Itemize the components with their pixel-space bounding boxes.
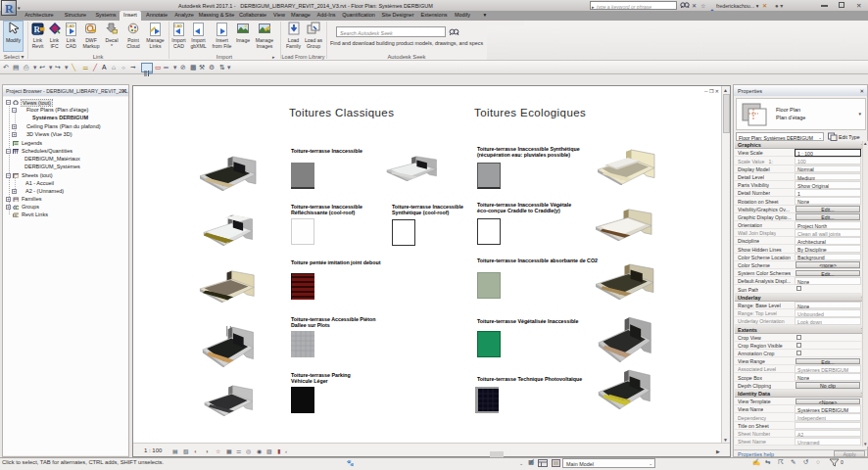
svg-text:R: R — [15, 212, 18, 217]
